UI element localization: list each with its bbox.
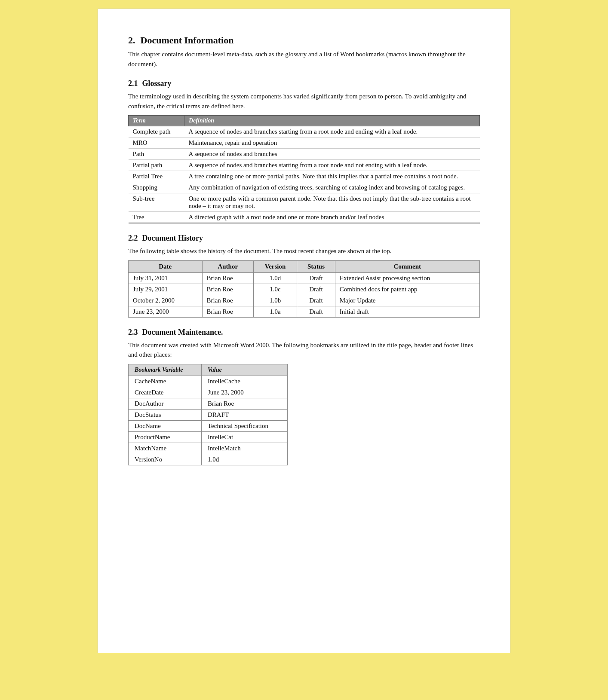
history-cell: Major Update (335, 295, 479, 306)
history-cell: Initial draft (335, 306, 479, 317)
bookmark-cell: DRAFT (202, 409, 288, 420)
bookmark-cell: 1.0d (202, 454, 288, 465)
section-23-num: 2.3 (128, 328, 138, 337)
glossary-term: Partial path (129, 160, 184, 171)
history-col-date: Date (129, 260, 203, 272)
section-21-title: Glossary (142, 79, 172, 88)
glossary-definition: A sequence of nodes and branches startin… (184, 160, 480, 171)
glossary-row: Sub-treeOne or more paths with a common … (129, 193, 480, 212)
section-22-heading: 2.2 Document History (128, 234, 480, 243)
bookmark-row: MatchNameIntelleMatch (129, 443, 288, 454)
history-row: July 29, 2001Brian Roe1.0cDraftCombined … (129, 284, 480, 295)
section-23-intro: This document was created with Microsoft… (128, 340, 480, 360)
section-22-num: 2.2 (128, 234, 138, 243)
section-21-heading: 2.1 Glossary (128, 79, 480, 88)
history-table: Date Author Version Status Comment July … (128, 260, 480, 318)
bookmark-cell: Brian Roe (202, 398, 288, 409)
bookmark-cell: CreateDate (129, 387, 202, 398)
glossary-row: TreeA directed graph with a root node an… (129, 212, 480, 223)
history-row: June 23, 2000Brian Roe1.0aDraftInitial d… (129, 306, 480, 317)
glossary-term: Partial Tree (129, 171, 184, 182)
bookmark-row: ProductNameIntelleCat (129, 431, 288, 443)
history-row: July 31, 2001Brian Roe1.0dDraftExtended … (129, 272, 480, 284)
section-2-heading: 2. Document Information (128, 35, 480, 46)
glossary-row: PathA sequence of nodes and branches (129, 149, 480, 160)
section-22-intro: The following table shows the history of… (128, 246, 480, 256)
history-header-row: Date Author Version Status Comment (129, 260, 480, 272)
glossary-definition: Any combination of navigation of existin… (184, 182, 480, 193)
section-2-title: Document Information (141, 35, 234, 46)
bookmark-cell: DocStatus (129, 409, 202, 420)
history-cell: Extended Assist processing section (335, 272, 479, 284)
history-cell: 1.0c (254, 284, 297, 295)
history-cell: Draft (297, 284, 335, 295)
bookmark-header-row: Bookmark Variable Value (129, 364, 288, 376)
history-row: October 2, 2000Brian Roe1.0bDraftMajor U… (129, 295, 480, 306)
section-23-heading: 2.3 Document Maintenance. (128, 328, 480, 337)
glossary-table: Term Definition Complete pathA sequence … (128, 115, 480, 223)
history-cell: Combined docs for patent app (335, 284, 479, 295)
glossary-row: ShoppingAny combination of navigation of… (129, 182, 480, 193)
section-23-title: Document Maintenance. (142, 328, 223, 337)
bookmark-cell: DocAuthor (129, 398, 202, 409)
glossary-term: MRO (129, 138, 184, 149)
bookmark-table: Bookmark Variable Value CacheNameIntelle… (128, 364, 288, 465)
bookmark-row: CacheNameIntelleCache (129, 376, 288, 387)
history-cell: 1.0b (254, 295, 297, 306)
glossary-col-definition: Definition (184, 116, 480, 126)
history-cell: June 23, 2000 (129, 306, 203, 317)
bookmark-col-value: Value (202, 364, 288, 376)
history-cell: Draft (297, 306, 335, 317)
glossary-term: Sub-tree (129, 193, 184, 212)
glossary-definition: A sequence of nodes and branches (184, 149, 480, 160)
glossary-definition: Maintenance, repair and operation (184, 138, 480, 149)
bookmark-cell: June 23, 2000 (202, 387, 288, 398)
history-cell: October 2, 2000 (129, 295, 203, 306)
bookmark-row: VersionNo1.0d (129, 454, 288, 465)
history-col-status: Status (297, 260, 335, 272)
section-2-intro: This chapter contains document-level met… (128, 49, 480, 69)
glossary-row: Partial pathA sequence of nodes and bran… (129, 160, 480, 171)
history-cell: 1.0a (254, 306, 297, 317)
section-22-title: Document History (142, 234, 203, 243)
bookmark-cell: IntelleMatch (202, 443, 288, 454)
history-col-comment: Comment (335, 260, 479, 272)
glossary-row: Complete pathA sequence of nodes and bra… (129, 126, 480, 138)
glossary-col-term: Term (129, 116, 184, 126)
history-cell: Brian Roe (202, 295, 253, 306)
bookmark-cell: ProductName (129, 431, 202, 443)
glossary-definition: A sequence of nodes and branches startin… (184, 126, 480, 138)
section-21-intro: The terminology used in describing the s… (128, 92, 480, 111)
section-21-num: 2.1 (128, 79, 138, 88)
history-cell: July 29, 2001 (129, 284, 203, 295)
bookmark-cell: VersionNo (129, 454, 202, 465)
glossary-row: MROMaintenance, repair and operation (129, 138, 480, 149)
history-col-version: Version (254, 260, 297, 272)
page: 2. Document Information This chapter con… (98, 9, 510, 653)
bookmark-cell: MatchName (129, 443, 202, 454)
bookmark-cell: IntelleCache (202, 376, 288, 387)
glossary-definition: One or more paths with a common parent n… (184, 193, 480, 212)
history-cell: 1.0d (254, 272, 297, 284)
history-cell: Brian Roe (202, 284, 253, 295)
glossary-term: Path (129, 149, 184, 160)
glossary-definition: A tree containing one or more partial pa… (184, 171, 480, 182)
bookmark-cell: IntelleCat (202, 431, 288, 443)
bookmark-row: DocAuthorBrian Roe (129, 398, 288, 409)
section-2-num: 2. (128, 35, 135, 46)
bookmark-row: CreateDateJune 23, 2000 (129, 387, 288, 398)
bookmark-cell: CacheName (129, 376, 202, 387)
history-cell: July 31, 2001 (129, 272, 203, 284)
bookmark-row: DocNameTechnical Specification (129, 420, 288, 431)
bookmark-row: DocStatusDRAFT (129, 409, 288, 420)
bookmark-cell: Technical Specification (202, 420, 288, 431)
glossary-row: Partial TreeA tree containing one or mor… (129, 171, 480, 182)
history-cell: Draft (297, 295, 335, 306)
bookmark-col-variable: Bookmark Variable (129, 364, 202, 376)
glossary-header-row: Term Definition (129, 116, 480, 126)
glossary-term: Complete path (129, 126, 184, 138)
glossary-term: Tree (129, 212, 184, 223)
bookmark-cell: DocName (129, 420, 202, 431)
history-cell: Brian Roe (202, 272, 253, 284)
glossary-term: Shopping (129, 182, 184, 193)
